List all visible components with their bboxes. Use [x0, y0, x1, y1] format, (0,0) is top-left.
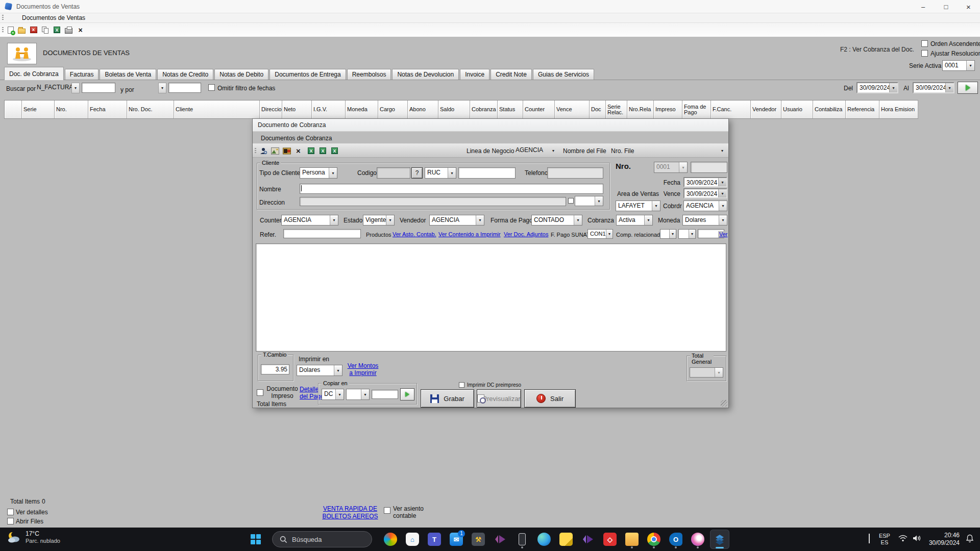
copiar-en-numero-input[interactable] [372, 390, 398, 399]
grid-col-foma-de-pago[interactable]: Foma de Pago [682, 101, 711, 118]
chevron-down-icon[interactable]: ▾ [334, 365, 342, 375]
buscar-cliente-button[interactable]: ? [411, 167, 423, 179]
ver-contenido-imprimir-link[interactable]: Ver Contenido a Imprimir [438, 231, 501, 238]
forma-pago-combo[interactable]: CONTADO▾ [531, 215, 582, 226]
grid-col-cargo[interactable]: Cargo [378, 101, 408, 118]
chevron-down-icon[interactable]: ▾ [335, 389, 344, 399]
menu-documentos-de-ventas[interactable]: Documentos de Ventas [22, 14, 85, 21]
chevron-down-icon[interactable]: ▾ [718, 189, 726, 197]
volume-icon[interactable] [913, 535, 922, 544]
dialog-resize-grip[interactable] [721, 400, 727, 407]
chevron-down-icon[interactable]: ▾ [719, 215, 727, 225]
file-explorer-icon[interactable] [622, 530, 642, 549]
minimize-button[interactable]: – [912, 0, 935, 13]
grid-col-contabiliza[interactable]: Contabiliza [813, 101, 846, 118]
previsualizar-button[interactable]: Previsualizar [477, 389, 521, 408]
grid-col-nro[interactable]: Nro. [55, 101, 88, 118]
chevron-down-icon[interactable]: ▾ [889, 83, 897, 92]
wifi-icon[interactable] [898, 535, 908, 544]
phone-link-icon[interactable] [512, 530, 532, 549]
grid-col-impreso[interactable]: Impreso [654, 101, 682, 118]
fecha-del-combo[interactable]: 30/09/2024▾ [856, 82, 898, 93]
chevron-down-icon[interactable]: ▾ [329, 168, 337, 178]
grid-col-serie[interactable]: Serie [22, 101, 55, 118]
export-excel-icon[interactable]: X [53, 26, 61, 34]
chevron-down-icon[interactable]: ▾ [718, 145, 726, 156]
tipo-cliente-combo[interactable]: Persona▾ [300, 167, 337, 179]
nro-file-combo[interactable]: ▾ [640, 145, 726, 156]
detalle-listbox[interactable] [256, 243, 726, 352]
grid-col-nro-rela[interactable]: Nro.Rela [627, 101, 654, 118]
ver-link[interactable]: Ver [718, 231, 728, 238]
tab-facturas[interactable]: Facturas [65, 69, 99, 80]
chevron-down-icon[interactable]: ▾ [448, 168, 456, 178]
chevron-down-icon[interactable]: ▾ [945, 83, 953, 92]
ver-detalles-checkbox[interactable] [7, 509, 14, 515]
close-button[interactable]: × [957, 0, 980, 13]
grid-col-abono[interactable]: Abono [408, 101, 438, 118]
grid-col-moneda[interactable]: Moneda [346, 101, 378, 118]
tab-doc-de-cobranza[interactable]: Doc. de Cobranza [4, 67, 64, 80]
paint-icon[interactable] [688, 530, 707, 549]
taskbar-search[interactable]: Búsqueda [272, 531, 372, 547]
new-document-icon[interactable]: + [6, 26, 15, 34]
visual-studio-icon[interactable] [491, 530, 510, 549]
grid-col-direccion[interactable]: Direccion [260, 101, 282, 118]
tab-notas-de-credito[interactable]: Notas de Credito [157, 69, 213, 80]
grid-col-igv[interactable]: I.G.V. [312, 101, 346, 118]
grid-col-vendedor[interactable]: Vendedor [751, 101, 781, 118]
grid-col-neto[interactable]: Neto [282, 101, 312, 118]
documento-impreso-checkbox[interactable] [257, 389, 263, 396]
direccion-combo[interactable]: ▾ [575, 196, 603, 206]
teams-icon[interactable]: T [425, 530, 444, 549]
ver-montos-link-line1[interactable]: Ver Montos [347, 363, 379, 369]
vendedor-combo[interactable]: AGENCIA▾ [429, 215, 484, 226]
grid-col-vence[interactable]: Vence [555, 101, 590, 118]
tab-invoice[interactable]: Invoice [460, 69, 489, 80]
chevron-down-icon[interactable]: ▾ [644, 215, 652, 225]
cash-icon[interactable] [282, 146, 291, 155]
grid-col-status[interactable]: Status [498, 101, 523, 118]
y-por-valor-input[interactable] [168, 83, 201, 93]
grabar-button[interactable]: Grabar [421, 389, 474, 408]
close-form-icon[interactable]: × [76, 26, 85, 34]
sales-app-icon[interactable] [710, 530, 729, 549]
omitir-filtro-checkbox[interactable] [208, 84, 215, 91]
chrome-icon[interactable] [644, 530, 664, 549]
copiar-en-combo[interactable]: DC▾ [322, 389, 344, 400]
excel-2-icon[interactable]: X [318, 146, 327, 155]
grid-col-fcanc[interactable]: F.Canc. [711, 101, 751, 118]
numero-documento-input[interactable] [458, 167, 516, 179]
ver-asto-contab-link[interactable]: Ver Asto. Contab. [393, 231, 436, 238]
grid-col-cobranza[interactable]: Cobranza [470, 101, 498, 118]
taskbar-weather-widget[interactable]: 17°C Parc. nublado [6, 530, 60, 545]
tab-reembolsos[interactable]: Reembolsos [347, 69, 391, 80]
buscar-por-combo[interactable]: N_FACTURA▾ [35, 83, 80, 93]
ver-asiento-checkbox[interactable] [384, 507, 390, 514]
chevron-down-icon[interactable]: ▾ [669, 230, 676, 238]
chevron-down-icon[interactable]: ▾ [652, 201, 660, 211]
grid-col-fecha[interactable]: Fecha [88, 101, 127, 118]
chevron-down-icon[interactable]: ▾ [476, 215, 484, 225]
grid-col-cliente[interactable]: Cliente [174, 101, 260, 118]
orden-ascendente-checkbox[interactable] [921, 40, 928, 47]
venta-rapida-link-line2[interactable]: BOLETOS AEREOS [317, 513, 383, 520]
store-icon[interactable]: ⌂ [403, 530, 422, 549]
vence-combo[interactable]: 30/09/2024▾ [683, 188, 727, 198]
chevron-down-icon[interactable]: ▾ [386, 215, 394, 225]
visual-studio-2-icon[interactable] [578, 530, 598, 549]
y-por-combo[interactable]: ▾ [140, 83, 166, 93]
tipo-documento-combo[interactable]: RUC▾ [425, 167, 456, 179]
imprimir-dc-checkbox[interactable] [459, 382, 464, 388]
chevron-down-icon[interactable]: ▾ [549, 145, 557, 156]
chevron-down-icon[interactable]: ▾ [158, 83, 166, 93]
taskbar-clock[interactable]: 20:46 30/09/2024 [929, 532, 960, 547]
grid-col-referencia[interactable]: Referencia [846, 101, 879, 118]
language-indicator[interactable]: ESP ES [879, 533, 890, 546]
delete-icon[interactable]: × [29, 26, 38, 34]
outlook-icon[interactable]: O [666, 530, 685, 549]
tab-guias-de-servicios[interactable]: Guias de Servicios [533, 69, 594, 80]
grid-col-saldo[interactable]: Saldo [438, 101, 470, 118]
fecha-al-combo[interactable]: 30/09/2024▾ [913, 82, 954, 93]
refresh-search-button[interactable] [958, 82, 978, 94]
